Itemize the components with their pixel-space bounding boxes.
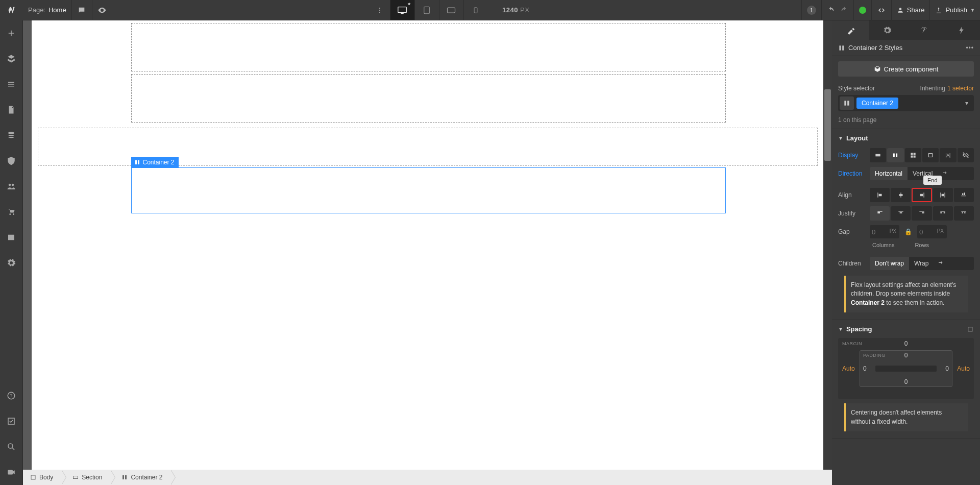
pages-icon[interactable] <box>0 97 22 123</box>
app-logo[interactable] <box>0 0 23 20</box>
display-grid[interactable] <box>905 148 921 162</box>
display-flex[interactable] <box>887 148 903 162</box>
align-stretch[interactable] <box>933 188 953 202</box>
padding-left[interactable]: 0 <box>863 365 867 372</box>
padding-top[interactable]: 0 <box>904 352 908 359</box>
audit-icon[interactable] <box>0 408 22 434</box>
device-desktop[interactable] <box>390 0 414 20</box>
direction-label[interactable]: Direction <box>838 170 870 177</box>
selector-state-dropdown[interactable]: ▾ <box>961 100 972 107</box>
redo-icon[interactable] <box>840 0 853 20</box>
canvas[interactable]: Container 2 <box>32 20 824 470</box>
breadcrumb: Body Section Container 2 <box>23 470 832 485</box>
create-component-label: Create component <box>884 65 939 73</box>
display-inline-block[interactable] <box>922 148 939 162</box>
gap-columns-input[interactable] <box>870 225 899 238</box>
code-export-icon[interactable] <box>871 0 891 20</box>
tab-settings[interactable] <box>869 20 906 40</box>
breadcrumb-container[interactable]: Container 2 <box>110 470 170 485</box>
panel-more-icon[interactable]: ••• <box>966 44 974 52</box>
display-inline[interactable]: |A| <box>940 148 956 162</box>
topbar: Page: Home 1240 PX 1 <box>0 0 980 20</box>
margin-top[interactable]: 0 <box>904 340 908 347</box>
tab-effects[interactable] <box>943 20 981 40</box>
spacing-section-header[interactable]: ▼ Spacing <box>838 325 974 333</box>
add-element-icon[interactable] <box>0 20 22 46</box>
padding-right[interactable]: 0 <box>945 365 949 372</box>
help-icon[interactable]: ? <box>0 383 22 408</box>
device-mobile[interactable] <box>463 0 488 20</box>
assets-icon[interactable] <box>0 225 22 250</box>
display-block[interactable] <box>870 148 886 162</box>
device-tablet-landscape[interactable] <box>439 0 463 20</box>
preview-eye-icon[interactable] <box>92 0 112 20</box>
users-icon[interactable] <box>0 174 22 199</box>
scrollbar-thumb[interactable] <box>824 89 831 161</box>
canvas-area[interactable]: Container 2 <box>23 20 832 470</box>
display-label[interactable]: Display <box>838 152 870 159</box>
more-icon[interactable] <box>370 0 390 20</box>
svg-rect-3 <box>398 7 407 12</box>
ecommerce-icon[interactable] <box>0 148 22 174</box>
justify-between[interactable] <box>933 206 953 221</box>
display-none[interactable] <box>958 148 974 162</box>
spacing-expand-icon[interactable] <box>967 326 974 333</box>
align-baseline[interactable] <box>954 188 974 202</box>
cart-icon[interactable] <box>0 199 22 225</box>
settings-icon[interactable] <box>0 250 22 276</box>
svg-rect-4 <box>401 13 404 14</box>
status-ok[interactable] <box>853 0 871 20</box>
device-tablet[interactable] <box>414 0 439 20</box>
children-wrap-reverse-icon[interactable] <box>934 257 948 270</box>
tab-style[interactable] <box>832 20 869 40</box>
align-end[interactable] <box>912 188 932 202</box>
share-button[interactable]: Share <box>891 0 930 20</box>
padding-bottom[interactable]: 0 <box>904 378 908 385</box>
layout-section-header[interactable]: ▼ Layout <box>838 134 974 142</box>
cms-icon[interactable] <box>0 123 22 148</box>
page-name: Home <box>48 6 66 14</box>
selector-input[interactable]: Container 2 ▾ <box>838 95 974 111</box>
flex-note-element: Container 2 <box>851 299 885 306</box>
video-icon[interactable] <box>0 459 22 485</box>
align-center[interactable] <box>891 188 911 202</box>
gap-lock-icon[interactable]: 🔒 <box>902 228 914 235</box>
margin-left[interactable]: Auto <box>842 365 855 372</box>
children-wrap[interactable]: Wrap <box>909 257 934 270</box>
canvas-width[interactable]: 1240 PX <box>488 6 544 14</box>
navigator-icon[interactable] <box>0 71 22 97</box>
changes-badge[interactable]: 1 <box>801 0 821 20</box>
gap-row: Gap PX 🔒 PX <box>838 224 974 240</box>
publish-button[interactable]: Publish ▼ <box>929 0 980 20</box>
children-nowrap[interactable]: Don't wrap <box>870 257 909 270</box>
justify-around[interactable] <box>954 206 974 221</box>
canvas-container-placeholder[interactable] <box>131 74 726 123</box>
undo-icon[interactable] <box>821 0 840 20</box>
canvas-container-placeholder[interactable] <box>131 23 726 71</box>
selection-tag[interactable]: Container 2 <box>131 157 179 167</box>
justify-start[interactable] <box>870 206 890 221</box>
tab-interactions[interactable] <box>906 20 943 40</box>
margin-right[interactable]: Auto <box>957 365 970 372</box>
selector-element-icon[interactable] <box>840 96 854 110</box>
direction-horizontal[interactable]: Horizontal <box>870 167 908 180</box>
inheriting-count[interactable]: 1 selector <box>947 85 974 92</box>
breadcrumb-section[interactable]: Section <box>61 470 110 485</box>
symbols-icon[interactable] <box>0 46 22 71</box>
justify-center[interactable] <box>891 206 911 221</box>
align-start[interactable] <box>870 188 890 202</box>
selected-container[interactable] <box>131 167 726 213</box>
padding-box[interactable]: PADDING 0 0 0 0 <box>860 350 952 387</box>
gap-rows-input[interactable] <box>917 225 947 238</box>
canvas-scrollbar[interactable] <box>823 20 832 470</box>
breadcrumb-body[interactable]: Body <box>23 470 61 485</box>
create-component-button[interactable]: Create component <box>838 61 974 77</box>
cube-icon <box>874 65 881 72</box>
page-selector[interactable]: Page: Home <box>23 0 71 20</box>
spacing-section: ▼ Spacing MARGIN 0 Auto Auto 0 PADDING 0… <box>832 320 980 439</box>
search-icon[interactable] <box>0 434 22 459</box>
comments-icon[interactable] <box>71 0 92 20</box>
justify-end[interactable] <box>912 206 932 221</box>
selector-class-pill[interactable]: Container 2 <box>856 98 898 109</box>
spacing-diagram[interactable]: MARGIN 0 Auto Auto 0 PADDING 0 0 0 0 <box>838 338 974 399</box>
